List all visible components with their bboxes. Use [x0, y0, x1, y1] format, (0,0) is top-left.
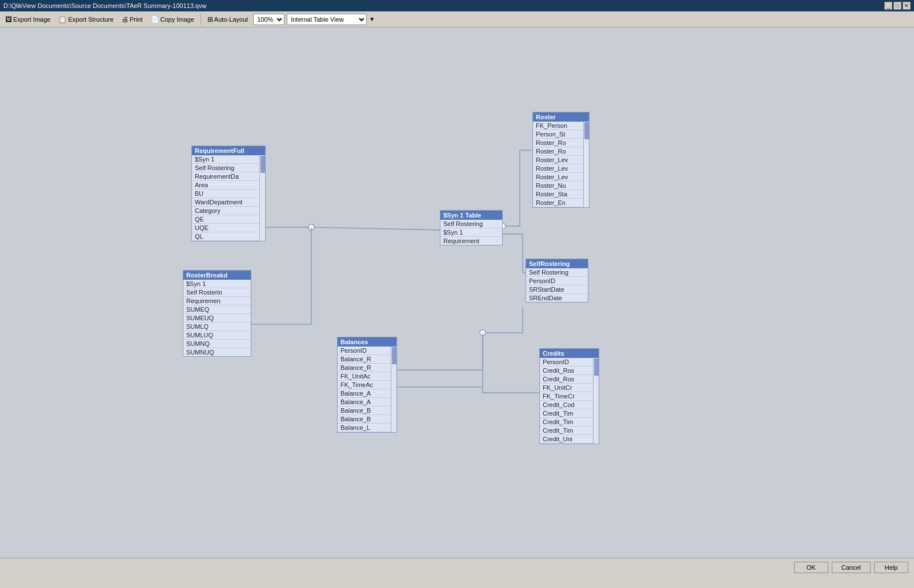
table-row: QE [192, 215, 259, 224]
scrollbar-Credits[interactable] [593, 358, 599, 444]
table-row: UQE [192, 224, 259, 232]
table-body-RequirementFull: $Syn 1 Self Rostering RequirementDaAreaB… [192, 155, 265, 241]
table-body-SSyn1Table: Self Rostering$Syn 1Requirement [440, 220, 502, 245]
export-structure-icon: 📋 [58, 15, 67, 23]
table-Roster[interactable]: RosterFK_PersonPerson_StRoster_RoRoster_… [532, 112, 590, 208]
table-row: BU [192, 190, 259, 198]
table-row: Credit_Uni [540, 435, 593, 444]
table-body-SelfRostering: Self RosteringPersonIDSRStartDateSREndDa… [526, 268, 588, 302]
table-row: Balance_B [338, 406, 391, 415]
table-row: SREndDate [526, 294, 588, 302]
table-row: SUMNQ [183, 340, 251, 348]
bottom-bar: OK Cancel Help [0, 558, 914, 577]
print-icon: 🖨 [122, 15, 129, 23]
scrollbar-thumb-Credits[interactable] [594, 359, 599, 376]
table-row: Self Rostering [440, 220, 502, 228]
table-row: Credit_Tim [540, 409, 593, 418]
table-Credits[interactable]: CreditsPersonIDCredit_RosCredit_RosFK_Un… [539, 348, 599, 444]
table-row: Balance_L [338, 424, 391, 432]
table-row: Credit_Ros [540, 367, 593, 375]
table-row: FK_Person [533, 122, 583, 130]
table-row: SRStartDate [526, 285, 588, 294]
table-row: Roster_Ro [533, 139, 583, 147]
separator-1 [201, 14, 201, 25]
table-row: Person_St [533, 130, 583, 139]
table-row: Self Rosterin [183, 288, 251, 297]
table-row: FK_UnitAc [338, 372, 391, 381]
copy-image-button[interactable]: 📄 Copy Image [148, 14, 197, 25]
table-row: Credit_Ros [540, 375, 593, 384]
view-mode-select[interactable]: Internal Table View Source Table View [287, 14, 367, 25]
table-body-RosterBreakd: $Syn 1 Self Rosterin RequiremenSUMEQSUME… [183, 280, 251, 356]
zoom-select[interactable]: 100% 50% 75% 125% 150% [253, 14, 284, 25]
table-body-Roster: FK_PersonPerson_StRoster_RoRoster_RoRost… [533, 122, 589, 207]
auto-layout-button[interactable]: ⊞ Auto-Layout [205, 14, 251, 25]
table-row: PersonID [338, 347, 391, 355]
copy-image-icon: 📄 [151, 15, 159, 23]
toolbar: 🖼 Export Image 📋 Export Structure 🖨 Prin… [0, 11, 914, 27]
table-header-Credits: Credits [540, 349, 599, 358]
table-SSyn1Table[interactable]: $Syn 1 TableSelf Rostering$Syn 1Requirem… [440, 210, 503, 245]
auto-layout-icon: ⊞ [207, 15, 213, 23]
table-row: SUMEQ [183, 305, 251, 314]
table-row: SUMLUQ [183, 331, 251, 340]
table-row: SUMNUQ [183, 348, 251, 356]
table-RosterBreakd[interactable]: RosterBreakd$Syn 1 Self Rosterin Require… [183, 270, 251, 357]
table-RequirementFull[interactable]: RequirementFull$Syn 1 Self Rostering Req… [191, 146, 266, 241]
table-header-RosterBreakd: RosterBreakd [183, 271, 251, 280]
table-row: WardDepartment [192, 198, 259, 207]
svg-line-1 [311, 227, 440, 230]
table-row: Balance_A [338, 398, 391, 406]
table-row: Balance_R [338, 364, 391, 372]
view-dropdown-icon: ▼ [369, 16, 375, 22]
table-row: PersonID [526, 277, 588, 285]
table-row: Self Rostering [192, 164, 259, 172]
table-row: RequirementDa [192, 172, 259, 181]
minimize-btn[interactable]: _ [884, 2, 892, 10]
scrollbar-RequirementFull[interactable] [259, 155, 265, 241]
table-row: FK_TimeCr [540, 392, 593, 401]
scrollbar-Balances[interactable] [391, 347, 396, 432]
svg-point-16 [480, 330, 486, 336]
table-row: Roster_Lev [533, 156, 583, 164]
table-row: Roster_Lev [533, 173, 583, 182]
table-Balances[interactable]: BalancesPersonIDBalance_RBalance_RFK_Uni… [337, 337, 397, 433]
table-header-Balances: Balances [338, 337, 396, 347]
print-button[interactable]: 🖨 Print [119, 14, 146, 25]
table-header-RequirementFull: RequirementFull [192, 146, 265, 155]
table-body-Credits: PersonIDCredit_RosCredit_RosFK_UnitCrFK_… [540, 358, 599, 444]
maximize-btn[interactable]: □ [893, 2, 901, 10]
table-row: $Syn 1 [440, 228, 502, 237]
scrollbar-thumb-Balances[interactable] [392, 347, 396, 364]
scrollbar-thumb-RequirementFull[interactable] [260, 156, 265, 173]
table-row: Roster_En [533, 199, 583, 207]
table-row: Balance_R [338, 355, 391, 364]
window-controls[interactable]: _ □ ✕ [884, 2, 911, 10]
close-btn[interactable]: ✕ [903, 2, 911, 10]
title-bar: D:\QlikView Documents\Source Documents\T… [0, 0, 914, 11]
table-row: Credit_Tim [540, 426, 593, 435]
help-button[interactable]: Help [874, 562, 908, 573]
table-header-SSyn1Table: $Syn 1 Table [440, 211, 502, 220]
connector-svg [0, 27, 914, 577]
table-header-SelfRostering: SelfRostering [526, 259, 588, 268]
table-row: $Syn 1 [183, 280, 251, 288]
table-row: FK_TimeAc [338, 381, 391, 389]
cancel-button[interactable]: Cancel [832, 562, 871, 573]
ok-button[interactable]: OK [794, 562, 828, 573]
export-structure-button[interactable]: 📋 Export Structure [55, 14, 116, 25]
table-row: Category [192, 207, 259, 215]
window-title: D:\QlikView Documents\Source Documents\T… [3, 2, 206, 9]
scrollbar-thumb-Roster[interactable] [584, 122, 589, 139]
scrollbar-Roster[interactable] [583, 122, 589, 207]
table-row: Requiremen [183, 297, 251, 305]
table-row: Balance_B [338, 415, 391, 424]
table-row: Credit_Tim [540, 418, 593, 426]
table-row: FK_UnitCr [540, 384, 593, 392]
table-row: Roster_Nu [533, 182, 583, 190]
table-row: Area [192, 181, 259, 190]
table-SelfRostering[interactable]: SelfRosteringSelf RosteringPersonIDSRSta… [526, 259, 588, 303]
table-row: Roster_Sta [533, 190, 583, 199]
table-body-Balances: PersonIDBalance_RBalance_RFK_UnitAcFK_Ti… [338, 347, 396, 432]
export-image-button[interactable]: 🖼 Export Image [2, 14, 53, 25]
